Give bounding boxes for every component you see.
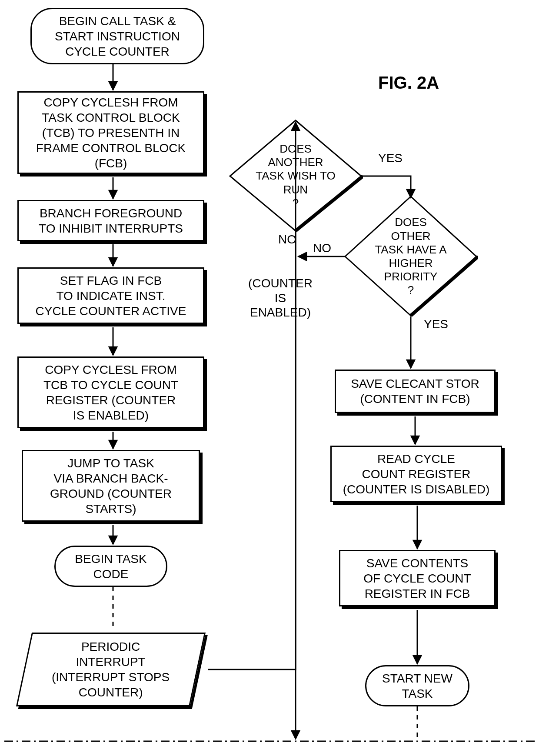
terminator-start-new: START NEW TASK (365, 665, 469, 706)
annotation-counter-enabled: (COUNTER IS ENABLED) (243, 276, 317, 320)
label-yes-1: YES (378, 151, 403, 165)
process-copy-cyclesl: COPY CYCLESL FROM TCB TO CYCLE COUNT REG… (17, 356, 204, 428)
process-save-contents: SAVE CONTENTS OF CYCLE COUNT REGISTER IN… (339, 550, 496, 606)
terminator-begin-task: BEGIN TASK CODE (54, 546, 167, 587)
process-read-cycle-count: READ CYCLE COUNT REGISTER (COUNTER IS DI… (330, 446, 502, 502)
figure-title: FIG. 2A (378, 73, 439, 93)
terminator-start: BEGIN CALL TASK & START INSTRUCTION CYCL… (30, 8, 204, 64)
label-yes-2: YES (424, 317, 448, 331)
decision-another-task: DOES ANOTHER TASK WISH TO RUN ? (228, 120, 363, 233)
process-set-flag: SET FLAG IN FCB TO INDICATE INST. CYCLE … (17, 267, 204, 324)
process-jump-to-task: JUMP TO TASK VIA BRANCH BACK- GROUND (CO… (22, 450, 200, 522)
io-periodic-interrupt: PERIODIC INTERRUPT (INTERRUPT STOPS COUN… (16, 633, 206, 706)
process-branch-foreground: BRANCH FOREGROUND TO INHIBIT INTERRUPTS (17, 200, 204, 241)
process-save-clecant: SAVE CLECANT STOR (CONTENT IN FCB) (335, 370, 496, 413)
label-no-2: NO (313, 241, 331, 255)
process-copy-cyclesh: COPY CYCLESH FROM TASK CONTROL BLOCK (TC… (17, 91, 204, 174)
flowchart-canvas: FIG. 2A BEGIN CALL TASK & START INSTRUCT… (0, 0, 539, 756)
decision-higher-priority: DOES OTHER TASK HAVE A HIGHER PRIORITY ? (343, 196, 478, 317)
label-no-1: NO (278, 233, 296, 246)
